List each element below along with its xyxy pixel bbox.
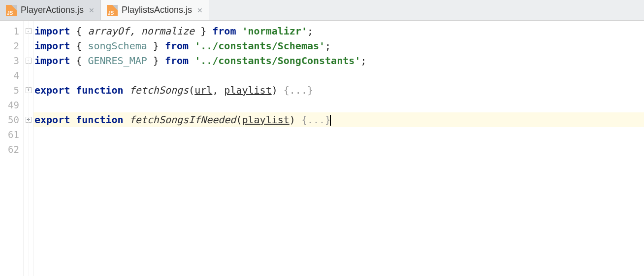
code-line[interactable]: import { arrayOf, normalize } from 'norm… xyxy=(33,24,644,38)
code-line[interactable] xyxy=(33,98,644,112)
tab-player-actions[interactable]: PlayerActions.js ✕ xyxy=(0,0,101,20)
editor: 1 2 3 4 5 49 50 61 62 - - + + import { a… xyxy=(0,21,644,276)
tab-bar: PlayerActions.js ✕ PlaylistsActions.js ✕ xyxy=(0,0,644,21)
tab-label: PlaylistsActions.js xyxy=(122,5,192,15)
js-file-icon xyxy=(107,5,118,16)
line-number: 2 xyxy=(0,38,19,53)
line-number-gutter: 1 2 3 4 5 49 50 61 62 xyxy=(0,21,24,276)
code-line[interactable] xyxy=(33,142,644,157)
caret xyxy=(330,115,331,126)
js-file-icon xyxy=(6,5,17,16)
line-number: 1 xyxy=(0,24,19,38)
tab-playlists-actions[interactable]: PlaylistsActions.js ✕ xyxy=(101,0,209,20)
line-number: 49 xyxy=(0,98,19,112)
tab-label: PlayerActions.js xyxy=(21,5,84,15)
close-icon[interactable]: ✕ xyxy=(196,6,204,14)
code-area[interactable]: import { arrayOf, normalize } from 'norm… xyxy=(33,21,644,276)
line-number: 62 xyxy=(0,142,19,157)
line-number: 5 xyxy=(0,83,19,98)
line-number: 61 xyxy=(0,127,19,142)
close-icon[interactable]: ✕ xyxy=(88,6,96,14)
fold-gutter: - - + + xyxy=(24,21,33,276)
line-number: 50 xyxy=(0,112,19,127)
code-line[interactable] xyxy=(33,127,644,142)
line-number: 3 xyxy=(0,53,19,68)
code-line[interactable] xyxy=(33,68,644,83)
code-line[interactable]: export function fetchSongsIfNeeded(playl… xyxy=(33,112,644,127)
code-line[interactable]: export function fetchSongs(url, playlist… xyxy=(33,83,644,98)
code-line[interactable]: import { songSchema } from '../constants… xyxy=(33,38,644,53)
code-line[interactable]: import { GENRES_MAP } from '../constants… xyxy=(33,53,644,68)
line-number: 4 xyxy=(0,68,19,83)
